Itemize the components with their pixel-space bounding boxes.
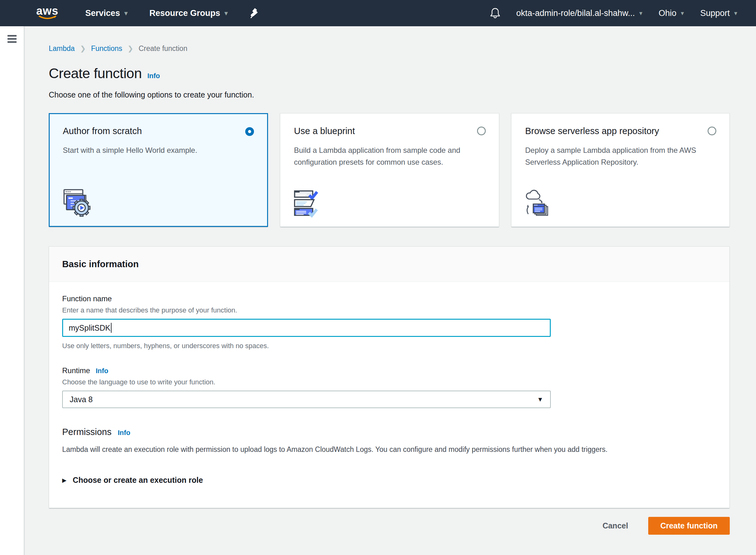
resource-groups-menu[interactable]: Resource Groups ▾ [149, 8, 228, 18]
breadcrumb: Lambda ❯ Functions ❯ Create function [49, 44, 730, 53]
account-label: okta-admin-role/bilal.al-shahw... [517, 8, 635, 18]
account-menu[interactable]: okta-admin-role/bilal.al-shahw... ▾ [517, 8, 642, 18]
aws-logo-text: aws [36, 6, 58, 16]
radio-selected-icon[interactable] [245, 127, 254, 136]
page-subtitle: Choose one of the following options to c… [49, 90, 730, 99]
panel-title: Basic information [62, 259, 139, 269]
permissions-description: Lambda will create an execution role wit… [62, 445, 716, 454]
create-function-button[interactable]: Create function [648, 517, 730, 535]
expander-triangle-icon: ▶ [62, 477, 66, 484]
runtime-label: Runtime [62, 366, 90, 375]
nav-right-group: okta-admin-role/bilal.al-shahw... ▾ Ohio… [490, 7, 756, 19]
main-content: Lambda ❯ Functions ❯ Create function Cre… [24, 26, 756, 555]
aws-logo[interactable]: aws [36, 6, 58, 20]
breadcrumb-current: Create function [139, 44, 187, 53]
creation-option-cards: Author from scratch Start with a simple … [49, 113, 730, 227]
panel-body: Function name Enter a name that describe… [49, 282, 729, 508]
hamburger-menu-icon[interactable] [7, 35, 16, 43]
radio-unselected-icon[interactable] [708, 127, 716, 135]
function-name-label: Function name [62, 294, 716, 303]
aws-smile-icon [39, 16, 56, 20]
serverless-app-repository-icon [524, 188, 554, 218]
breadcrumb-lambda-link[interactable]: Lambda [49, 44, 75, 53]
card-description: Start with a simple Hello World example. [63, 144, 244, 156]
option-card-browse-serverless-app-repository[interactable]: Browse serverless app repository Deploy … [511, 113, 730, 227]
blueprint-icon [293, 188, 323, 218]
function-name-input[interactable]: mySplitSDK [62, 319, 551, 337]
permissions-block: Permissions Info Lambda will create an e… [62, 427, 716, 485]
author-from-scratch-icon [62, 187, 92, 217]
cancel-button[interactable]: Cancel [603, 521, 628, 530]
region-label: Ohio [659, 8, 676, 18]
basic-information-panel: Basic information Function name Enter a … [49, 246, 730, 508]
region-menu[interactable]: Ohio ▾ [659, 8, 684, 18]
runtime-info-link[interactable]: Info [96, 367, 108, 375]
function-name-constraint: Use only letters, numbers, hyphens, or u… [62, 342, 716, 350]
footer-actions: Cancel Create function [49, 517, 730, 535]
aws-console-screen: aws Services ▾ Resource Groups ▾ [0, 0, 756, 555]
breadcrumb-separator-icon: ❯ [128, 45, 133, 53]
chevron-down-icon: ▾ [681, 9, 684, 17]
option-card-use-a-blueprint[interactable]: Use a blueprint Build a Lambda applicati… [280, 113, 499, 227]
page-title: Create function [49, 65, 142, 82]
chevron-down-icon: ▾ [225, 9, 228, 17]
support-label: Support [700, 8, 730, 18]
card-description: Deploy a sample Lambda application from … [525, 144, 706, 168]
resource-groups-label: Resource Groups [149, 8, 220, 18]
notifications-bell-icon[interactable] [490, 7, 500, 19]
breadcrumb-functions-link[interactable]: Functions [91, 44, 123, 53]
chevron-down-icon: ▾ [639, 9, 642, 17]
runtime-selected-value: Java 8 [70, 395, 93, 404]
option-card-author-from-scratch[interactable]: Author from scratch Start with a simple … [49, 113, 268, 227]
execution-role-expander-label: Choose or create an execution role [73, 476, 203, 485]
card-description: Build a Lambda application from sample c… [294, 144, 475, 168]
nav-left-group: Services ▾ Resource Groups ▾ [85, 8, 259, 18]
function-name-value: mySplitSDK [69, 324, 110, 333]
permissions-info-link[interactable]: Info [118, 429, 130, 437]
services-menu[interactable]: Services ▾ [85, 8, 128, 18]
runtime-help: Choose the language to use to write your… [62, 378, 716, 386]
panel-header: Basic information [49, 247, 729, 282]
chevron-down-icon: ▾ [734, 9, 737, 17]
card-title: Use a blueprint [294, 126, 485, 136]
services-label: Services [85, 8, 120, 18]
text-cursor [111, 323, 112, 333]
function-name-help: Enter a name that describes the purpose … [62, 306, 716, 314]
card-title: Browse serverless app repository [525, 126, 716, 136]
breadcrumb-separator-icon: ❯ [80, 45, 86, 53]
runtime-select[interactable]: Java 8 ▼ [62, 391, 551, 408]
select-caret-icon: ▼ [537, 396, 543, 403]
page-title-row: Create function Info [49, 65, 730, 82]
execution-role-expander[interactable]: ▶ Choose or create an execution role [62, 476, 716, 485]
radio-unselected-icon[interactable] [477, 127, 486, 135]
card-title: Author from scratch [63, 126, 254, 136]
pushpin-icon[interactable] [250, 8, 259, 18]
runtime-block: Runtime Info Choose the language to use … [62, 366, 716, 408]
left-sidebar [0, 26, 24, 555]
permissions-title: Permissions [62, 427, 112, 437]
support-menu[interactable]: Support ▾ [700, 8, 737, 18]
top-navigation-bar: aws Services ▾ Resource Groups ▾ [0, 0, 756, 26]
chevron-down-icon: ▾ [124, 9, 128, 17]
title-info-link[interactable]: Info [147, 72, 160, 80]
